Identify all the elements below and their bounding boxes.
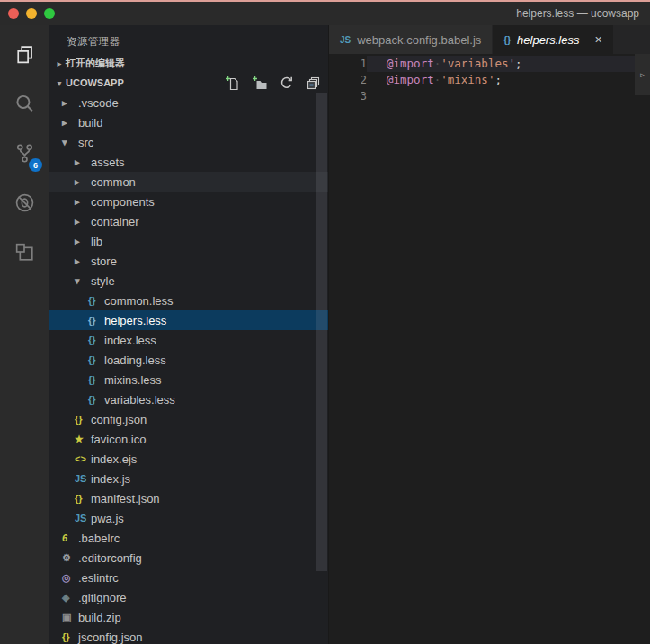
tree-item[interactable]: ▸build xyxy=(49,112,328,132)
tree-item[interactable]: ▸components xyxy=(49,192,328,211)
editor-flyout-handle[interactable]: ▹ xyxy=(635,54,650,95)
tree-item[interactable]: {}mixins.less xyxy=(49,370,328,389)
project-name-label: UCOWSAPP xyxy=(66,77,124,88)
extensions-icon xyxy=(13,240,37,264)
tree-item[interactable]: ⚙.editorconfig xyxy=(49,548,328,568)
sidebar-scrollbar[interactable] xyxy=(316,93,327,571)
tree-item-label: components xyxy=(91,195,155,209)
tree-item[interactable]: JSpwa.js xyxy=(49,508,328,528)
tree-item-label: variables.less xyxy=(104,393,175,407)
tab-label: webpack.config.babel.js xyxy=(357,33,481,47)
tree-item-label: index.js xyxy=(91,472,130,486)
tree-item-label: .vscode xyxy=(78,96,119,110)
punctuation-token: ; xyxy=(515,57,522,70)
tree-item[interactable]: ▸store xyxy=(49,251,328,271)
tab-label: helpers.less xyxy=(517,33,579,47)
tree-item[interactable]: ▸.vscode xyxy=(49,93,328,112)
folder-chevron-icon: ▸ xyxy=(75,176,91,188)
tree-item[interactable]: 6.babelrc xyxy=(49,528,328,548)
less-file-icon: {} xyxy=(88,394,104,405)
tree-item[interactable]: ◈.gitignore xyxy=(49,587,328,607)
tree-item[interactable]: {}manifest.json xyxy=(49,488,328,508)
tree-item[interactable]: ★favicon.ico xyxy=(49,429,328,449)
tree-item[interactable]: ▸common xyxy=(49,172,328,192)
tree-item-label: .eslintrc xyxy=(78,571,119,585)
file-tree: ▸.vscode ▸build ▾src ▸assets ▸common ▸co… xyxy=(49,93,328,644)
tree-item[interactable]: JSindex.js xyxy=(49,469,328,488)
tree-item[interactable]: {}variables.less xyxy=(49,389,328,409)
window-controls xyxy=(0,8,55,19)
tree-item[interactable]: ▸lib xyxy=(49,231,328,251)
folder-chevron-icon: ▸ xyxy=(62,117,78,129)
collapse-all-button[interactable] xyxy=(306,76,321,91)
screen-top-edge xyxy=(0,0,650,2)
tree-item-label: src xyxy=(78,136,93,149)
code-line: 3 xyxy=(329,88,650,104)
editor-group: JS webpack.config.babel.js {} helpers.le… xyxy=(328,25,650,644)
tab-helpers-less[interactable]: {} helpers.less × xyxy=(493,25,612,54)
tree-item[interactable]: ▾src xyxy=(49,132,328,152)
project-section-header[interactable]: ▾ UCOWSAPP xyxy=(49,73,328,93)
window-title: helpers.less — ucowsapp xyxy=(516,7,650,20)
line-number: 1 xyxy=(329,56,367,72)
open-editors-section-header[interactable]: ▸ 打开的编辑器 xyxy=(49,53,328,73)
js-file-icon: JS xyxy=(75,473,91,484)
ejs-file-icon: <> xyxy=(75,453,91,464)
new-folder-button[interactable] xyxy=(252,76,267,91)
tree-item[interactable]: {}config.json xyxy=(49,409,328,429)
tree-item-selected[interactable]: {}helpers.less xyxy=(49,310,328,330)
punctuation-token: ; xyxy=(494,73,502,86)
tree-item[interactable]: ▾style xyxy=(49,271,328,291)
scm-badge: 6 xyxy=(29,158,42,172)
git-file-icon: ◈ xyxy=(62,592,78,604)
tree-item-label: pwa.js xyxy=(91,512,124,525)
tree-item[interactable]: ▸assets xyxy=(49,152,328,172)
folder-chevron-icon: ▸ xyxy=(75,236,91,247)
title-bar: helpers.less — ucowsapp xyxy=(0,0,650,25)
tree-item-label: common.less xyxy=(104,294,174,308)
minimize-window-button[interactable] xyxy=(26,8,37,19)
tree-item-label: container xyxy=(91,215,138,228)
debug-tab[interactable] xyxy=(0,178,49,228)
tree-item-label: loading.less xyxy=(104,353,166,367)
tree-item[interactable]: {}jsconfig.json xyxy=(49,627,328,644)
close-window-button[interactable] xyxy=(8,8,19,19)
tree-item[interactable]: ◎.eslintrc xyxy=(49,568,328,587)
tree-item[interactable]: ▣build.zip xyxy=(49,607,328,627)
refresh-button[interactable] xyxy=(279,76,294,91)
tree-item[interactable]: ▸container xyxy=(49,211,328,231)
tree-item-label: build.zip xyxy=(78,611,121,624)
tree-item-label: helpers.less xyxy=(104,314,166,327)
tree-item-label: common xyxy=(91,175,136,189)
tree-item-label: .editorconfig xyxy=(78,551,142,565)
explorer-tab[interactable] xyxy=(0,30,49,79)
tab-webpack-config[interactable]: JS webpack.config.babel.js xyxy=(329,25,493,54)
search-tab[interactable] xyxy=(0,79,49,129)
keyword-token: @import xyxy=(387,57,434,70)
tree-item[interactable]: {}index.less xyxy=(49,330,328,350)
less-file-icon: {} xyxy=(88,295,104,306)
code-editor[interactable]: 1 @import·'variables'; 2 @import·'mixins… xyxy=(329,54,650,644)
chevron-right-icon: ▸ xyxy=(53,58,66,68)
search-icon xyxy=(13,92,37,116)
tree-item-label: store xyxy=(91,255,117,268)
files-icon xyxy=(13,42,37,67)
tree-item[interactable]: <>index.ejs xyxy=(49,449,328,469)
explorer-actions xyxy=(225,76,328,91)
less-file-icon: {} xyxy=(503,35,511,45)
zip-file-icon: ▣ xyxy=(62,612,78,623)
zoom-window-button[interactable] xyxy=(44,8,55,19)
new-file-button[interactable] xyxy=(225,76,240,91)
tree-item-label: assets xyxy=(91,156,125,169)
code-line: 2 @import·'mixins'; xyxy=(329,72,650,88)
favicon-star-icon: ★ xyxy=(75,434,91,445)
tree-item[interactable]: {}common.less xyxy=(49,291,328,310)
debug-disabled-icon xyxy=(13,191,37,215)
folder-chevron-icon: ▸ xyxy=(75,196,91,208)
json-file-icon: {} xyxy=(62,631,78,642)
tree-item[interactable]: {}loading.less xyxy=(49,350,328,370)
source-control-tab[interactable]: 6 xyxy=(0,129,49,178)
extensions-tab[interactable] xyxy=(0,228,49,277)
close-tab-icon[interactable]: × xyxy=(594,33,601,46)
tree-item-label: mixins.less xyxy=(104,373,162,387)
